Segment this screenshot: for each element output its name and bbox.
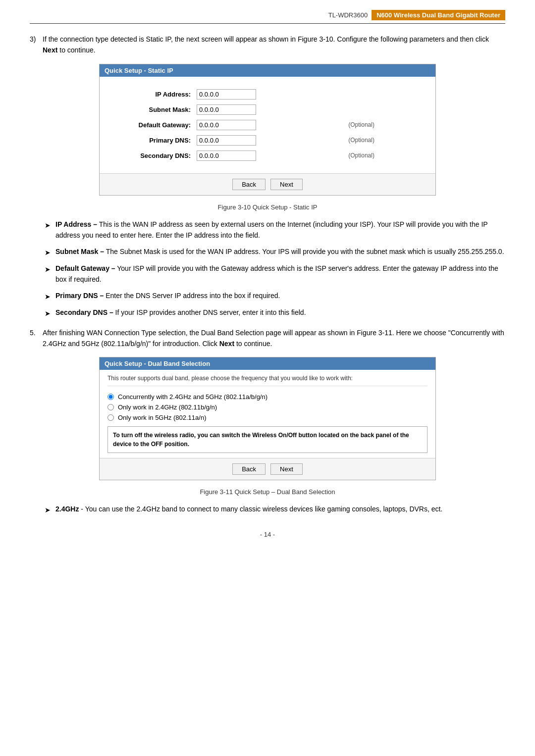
- section5-num: 5.: [30, 327, 43, 338]
- secondary-dns-row: Secondary DNS: (Optional): [114, 148, 421, 163]
- bullet-text-5: If your ISP provides another DNS server,…: [115, 308, 306, 316]
- dual-band-header: Quick Setup - Dual Band Selection: [100, 357, 435, 370]
- bullet-bold-4: Primary DNS –: [55, 292, 104, 300]
- radio-24ghz[interactable]: Only work in 2.4GHz (802.11b/g/n): [107, 403, 428, 411]
- primary-dns-row: Primary DNS: (Optional): [114, 133, 421, 148]
- subnet-mask-label: Subnet Mask:: [114, 102, 194, 117]
- bullet-primary-dns: ➤ Primary DNS – Enter the DNS Server IP …: [45, 290, 505, 302]
- ip-address-field-cell[interactable]: [194, 87, 344, 102]
- bullet-bold-1: IP Address –: [55, 220, 97, 228]
- secondary-dns-input[interactable]: [197, 151, 256, 161]
- ip-address-input[interactable]: [197, 89, 256, 100]
- default-gateway-optional: (Optional): [344, 117, 421, 133]
- dual-band-box: Quick Setup - Dual Band Selection This r…: [99, 357, 436, 480]
- static-ip-next-button[interactable]: Next: [270, 179, 303, 190]
- bullet-text-2: The Subnet Mask is used for the WAN IP a…: [106, 248, 504, 255]
- static-ip-form: IP Address: Subnet Mask:: [114, 87, 421, 163]
- section3-intro: 3) If the connection type detected is St…: [30, 34, 505, 56]
- default-gateway-label: Default Gateway:: [114, 117, 194, 133]
- page-number: - 14 -: [30, 531, 505, 538]
- figure-311-caption: Figure 3-11 Quick Setup – Dual Band Sele…: [30, 488, 505, 496]
- bullet-arrow-2: ➤: [45, 247, 51, 258]
- bullet-bold-5: Secondary DNS –: [55, 308, 113, 316]
- bullet-bold-2: Subnet Mask –: [55, 248, 104, 255]
- bullet-subnet-mask: ➤ Subnet Mask – The Subnet Mask is used …: [45, 246, 505, 258]
- default-gateway-input[interactable]: [197, 120, 256, 130]
- bullet-secondary-dns: ➤ Secondary DNS – If your ISP provides a…: [45, 307, 505, 319]
- primary-dns-label: Primary DNS:: [114, 133, 194, 148]
- bullet-text-3: Your ISP will provide you with the Gatew…: [55, 264, 498, 283]
- radio-5ghz[interactable]: Only work in 5GHz (802.11a/n): [107, 414, 428, 421]
- section3-num: 3): [30, 34, 43, 45]
- section5-text: After finishing WAN Connection Type sele…: [43, 327, 505, 350]
- dual-band-back-button[interactable]: Back: [232, 463, 266, 475]
- static-ip-header: Quick Setup - Static IP: [100, 64, 435, 77]
- static-ip-footer: Back Next: [100, 173, 435, 195]
- bullet-arrow-6: ➤: [45, 504, 51, 515]
- bullet-arrow-1: ➤: [45, 220, 51, 231]
- header-model: TL-WDR3600: [328, 11, 368, 19]
- bullet-content-3: Default Gateway – Your ISP will provide …: [55, 263, 505, 285]
- section5-intro: 5. After finishing WAN Connection Type s…: [30, 327, 505, 350]
- figure-310-caption: Figure 3-10 Quick Setup - Static IP: [30, 203, 505, 211]
- radio-concurrent[interactable]: Concurrently with 2.4GHz and 5GHz (802.1…: [107, 393, 428, 401]
- static-ip-box: Quick Setup - Static IP IP Address: Subn…: [99, 64, 436, 196]
- header-title: N600 Wireless Dual Band Gigabit Router: [372, 10, 505, 20]
- bullet-content-1: IP Address – This is the WAN IP address …: [55, 219, 505, 241]
- bullet-24ghz: ➤ 2.4GHz - You can use the 2.4GHz band t…: [45, 504, 505, 515]
- secondary-dns-optional: (Optional): [344, 148, 421, 163]
- bullet-default-gateway: ➤ Default Gateway – Your ISP will provid…: [45, 263, 505, 285]
- bullet-text-6: - You can use the 2.4GHz band to connect…: [81, 505, 442, 513]
- header-bar: TL-WDR3600 N600 Wireless Dual Band Gigab…: [30, 10, 505, 24]
- radio-concurrent-label: Concurrently with 2.4GHz and 5GHz (802.1…: [118, 393, 268, 401]
- section3-text: If the connection type detected is Stati…: [43, 34, 505, 56]
- subnet-mask-input[interactable]: [197, 104, 256, 115]
- bullet-content-5: Secondary DNS – If your ISP provides ano…: [55, 307, 505, 318]
- bullet-content-2: Subnet Mask – The Subnet Mask is used fo…: [55, 246, 505, 257]
- bullet-arrow-3: ➤: [45, 264, 51, 275]
- dual-band-footer: Back Next: [100, 458, 435, 480]
- section5-next-bold: Next: [219, 340, 234, 348]
- bullet-text-1: This is the WAN IP address as seen by ex…: [55, 220, 487, 239]
- bullet-bold-6: 2.4GHz: [55, 505, 79, 513]
- bullet-content-4: Primary DNS – Enter the DNS Server IP ad…: [55, 290, 505, 301]
- primary-dns-optional: (Optional): [344, 133, 421, 148]
- radio-concurrent-input[interactable]: [107, 394, 114, 400]
- bullet-arrow-4: ➤: [45, 291, 51, 302]
- secondary-dns-field-cell[interactable]: [194, 148, 344, 163]
- ip-address-label: IP Address:: [114, 87, 194, 102]
- default-gateway-field-cell[interactable]: [194, 117, 344, 133]
- subnet-mask-field-cell[interactable]: [194, 102, 344, 117]
- radio-5ghz-label: Only work in 5GHz (802.11a/n): [118, 414, 206, 421]
- bullet-text-4: Enter the DNS Server IP address into the…: [106, 292, 280, 300]
- dual-band-warning: To turn off the wireless radio, you can …: [107, 426, 428, 453]
- page-container: TL-WDR3600 N600 Wireless Dual Band Gigab…: [0, 0, 535, 756]
- bullet-bold-3: Default Gateway –: [55, 264, 115, 272]
- subnet-mask-row: Subnet Mask:: [114, 102, 421, 117]
- primary-dns-input[interactable]: [197, 135, 256, 146]
- default-gateway-row: Default Gateway: (Optional): [114, 117, 421, 133]
- bullet-ip-address: ➤ IP Address – This is the WAN IP addres…: [45, 219, 505, 241]
- static-ip-body: IP Address: Subnet Mask:: [100, 77, 435, 173]
- secondary-dns-label: Secondary DNS:: [114, 148, 194, 163]
- radio-24ghz-label: Only work in 2.4GHz (802.11b/g/n): [118, 403, 217, 411]
- dual-band-description: This router supports dual band, please c…: [107, 375, 428, 386]
- primary-dns-field-cell[interactable]: [194, 133, 344, 148]
- dual-band-body: This router supports dual band, please c…: [100, 370, 435, 458]
- radio-5ghz-input[interactable]: [107, 414, 114, 421]
- bullet-arrow-5: ➤: [45, 308, 51, 319]
- radio-24ghz-input[interactable]: [107, 404, 114, 410]
- dual-band-next-button[interactable]: Next: [270, 463, 303, 475]
- static-ip-back-button[interactable]: Back: [232, 179, 266, 190]
- ip-address-row: IP Address:: [114, 87, 421, 102]
- bullet-content-6: 2.4GHz - You can use the 2.4GHz band to …: [55, 504, 505, 514]
